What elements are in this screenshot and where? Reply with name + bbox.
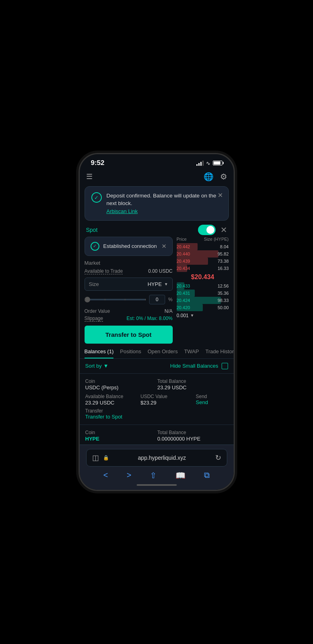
tabs-button[interactable]: ⧉ (204, 471, 210, 480)
balance-controls: Sort by ▼ Hide Small Balances (80, 359, 234, 373)
sell-size: 73.38 (218, 259, 229, 264)
size-label: Size (89, 281, 148, 287)
buy-price: 20.420 (177, 305, 190, 310)
price-header: Price (177, 237, 187, 242)
battery-icon (213, 161, 222, 165)
size-input-row[interactable]: Size HYPE ▼ (85, 278, 173, 291)
sell-price: 20.442 (177, 244, 190, 249)
deposit-toast: ✓ Deposit confirmed. Balance will update… (85, 186, 229, 221)
available-label: Available to Trade (85, 268, 123, 274)
tab-icon: ◫ (92, 453, 99, 462)
tab-twap[interactable]: TWAP (184, 348, 199, 358)
tab-positions[interactable]: Positions (120, 348, 141, 358)
toggle-row: ✕ (198, 225, 227, 235)
trade-form: ✓ Established connection ✕ Market Availa… (85, 237, 177, 345)
tab-open-orders[interactable]: Open Orders (147, 348, 178, 358)
sort-by[interactable]: Sort by ▼ (85, 363, 109, 369)
header-right: 🌐 ⚙ (204, 172, 227, 181)
toggle-switch[interactable] (198, 225, 216, 235)
order-book-buy-row: 20.431 35.36 (177, 290, 229, 297)
coin-name: HYPE (85, 436, 156, 442)
sell-price: 20.440 (177, 252, 190, 256)
size-chevron-icon: ▼ (190, 313, 194, 318)
order-book-buy-row: 20.433 12.56 (177, 282, 229, 290)
tab-balances-1[interactable]: Balances (1) (85, 348, 114, 358)
home-indicator (137, 484, 177, 486)
coin-card: Coin USDC (Perps) Total Balance 23.29 US… (80, 373, 234, 425)
total-balance-value: 23.29 USDC (158, 384, 228, 390)
url-bar[interactable]: ◫ 🔒 app.hyperliquid.xyz ↻ (86, 449, 227, 467)
available-balance-label: Available Balance (85, 394, 139, 399)
sort-by-chevron: ▼ (103, 363, 109, 369)
usdc-value: $23.29 (141, 400, 194, 406)
available-row: Available to Trade 0.00 USDC (85, 268, 173, 274)
buy-price: 20.424 (177, 298, 190, 303)
percentage-input[interactable] (149, 295, 165, 304)
status-time: 9:52 (91, 159, 105, 167)
back-button[interactable]: < (103, 471, 108, 480)
close-button[interactable]: ✕ (220, 225, 227, 235)
gear-icon[interactable]: ⚙ (220, 172, 227, 181)
send-link[interactable]: Send (196, 399, 228, 405)
sell-size: 95.82 (218, 252, 229, 256)
forward-button[interactable]: > (127, 471, 131, 480)
size-selector[interactable]: 0.001 ▼ (177, 313, 229, 318)
url-text[interactable]: app.hyperliquid.xyz (113, 455, 211, 461)
order-value-amount: N/A (164, 308, 172, 314)
slider-track[interactable] (85, 299, 146, 300)
reload-icon[interactable]: ↻ (215, 453, 221, 462)
total-balance-label: Total Balance (158, 430, 228, 435)
connection-toast-text: Established connection (103, 243, 158, 249)
usdc-value-label: USDC Value (141, 394, 194, 399)
order-book-header: Price Size (HYPE) (177, 237, 229, 243)
order-book-buy-row: 20.424 98.33 (177, 297, 229, 304)
globe-icon[interactable]: 🌐 (204, 172, 214, 181)
signal-icon (196, 160, 204, 166)
status-icons: ∿ (196, 160, 222, 166)
order-book-sell-row: 20.439 73.38 (177, 258, 229, 265)
connection-toast: ✓ Established connection ✕ (85, 237, 173, 256)
status-bar: 9:52 ∿ (80, 154, 234, 169)
send-label: Send (196, 394, 228, 399)
bookmark-button[interactable]: 📖 (176, 471, 186, 480)
percent-sign: % (168, 297, 173, 302)
buy-size: 98.33 (218, 298, 229, 303)
hype-selector[interactable]: HYPE ▼ (147, 281, 168, 287)
hide-small-checkbox[interactable] (222, 363, 228, 369)
order-book-sell-row: 20.440 95.82 (177, 250, 229, 258)
chevron-down-icon: ▼ (164, 282, 168, 286)
transfer-to-spot-link[interactable]: Transfer to Spot (85, 414, 228, 420)
main-trading-area: ✓ Established connection ✕ Market Availa… (80, 237, 234, 345)
share-button[interactable]: ⇧ (150, 471, 157, 480)
coin-label: Coin (85, 378, 156, 384)
spot-label[interactable]: Spot (86, 227, 98, 233)
slippage-value: Est: 0% / Max: 8.00% (127, 316, 173, 322)
order-book: Price Size (HYPE) 20.442 8.04 20.440 95.… (177, 237, 229, 345)
order-book-sell-row: 20.442 8.04 (177, 243, 229, 250)
market-label: Market (85, 260, 173, 266)
hide-small-label: Hide Small Balances (170, 363, 218, 369)
connection-toast-close[interactable]: ✕ (162, 243, 167, 250)
buy-size: 50.00 (218, 305, 229, 310)
sell-price: 20.434 (177, 266, 190, 271)
slippage-label: Slippage (85, 316, 103, 322)
buy-orders: 20.433 12.56 20.431 35.36 20.424 98.33 2… (177, 282, 229, 311)
lock-icon: 🔒 (103, 455, 109, 461)
hamburger-icon[interactable]: ☰ (86, 172, 93, 181)
hide-small-balances[interactable]: Hide Small Balances (170, 363, 228, 369)
arbiscan-link[interactable]: Arbiscan Link (107, 208, 138, 214)
tab-trade-history[interactable]: Trade History (205, 348, 233, 358)
buy-size: 35.36 (218, 291, 229, 296)
transfer-to-spot-button[interactable]: Transfer to Spot (85, 326, 173, 344)
slippage-row: Slippage Est: 0% / Max: 8.00% (85, 316, 173, 322)
coin-name: USDC (Perps) (85, 384, 156, 390)
browser-bar: ◫ 🔒 app.hyperliquid.xyz ↻ < > ⇧ 📖 ⧉ (80, 445, 234, 490)
transfer-label: Transfer (85, 408, 228, 414)
slider-marks (85, 299, 146, 300)
app-header: ☰ 🌐 ⚙ (80, 169, 234, 184)
size-selector-value: 0.001 (177, 313, 189, 318)
tabs-row: Balances (1)PositionsOpen OrdersTWAPTrad… (80, 345, 234, 359)
total-balance-label: Total Balance (158, 378, 228, 384)
deposit-toast-close[interactable]: ✕ (218, 191, 223, 199)
sell-orders: 20.442 8.04 20.440 95.82 20.439 73.38 20… (177, 243, 229, 272)
